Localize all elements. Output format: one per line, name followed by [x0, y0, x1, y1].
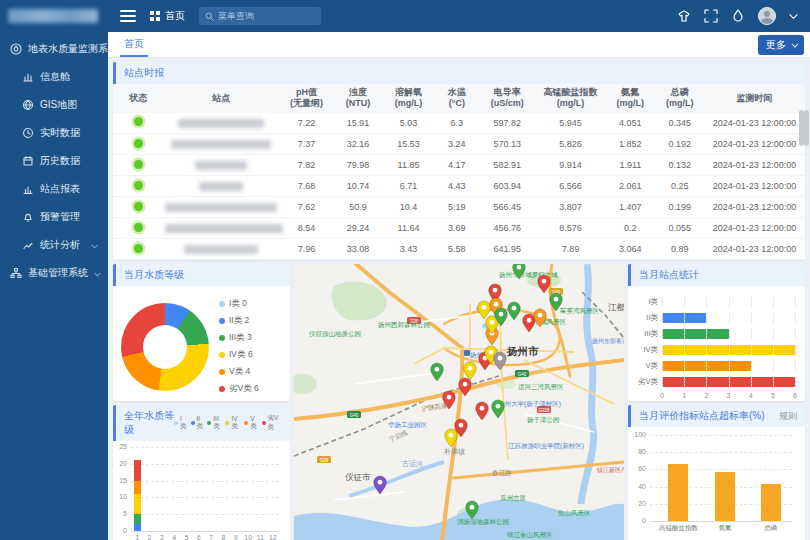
donut-chart: I类 0II类 2III类 3IV类 6V类 4劣V类 6 [113, 286, 290, 401]
city-map[interactable]: G40G40328S49S28G328 扬州市江都区仪征市朴席镇古运河春江路沪陕… [294, 264, 624, 540]
map-panel[interactable]: G40G40328S49S28G328 扬州市江都区仪征市朴席镇古运河春江路沪陕… [294, 264, 624, 540]
map-label: 朴席镇 [444, 448, 465, 456]
user-menu-chevron-icon[interactable] [789, 13, 798, 20]
panel-title: 当月站点统计 [628, 264, 805, 286]
sidebar-item-station-report[interactable]: 站点报表 [0, 175, 108, 203]
map-label: 华扬工业园区 [388, 421, 428, 429]
svg-text:G328: G328 [538, 408, 550, 413]
tabbar: 首页 更多 [108, 32, 810, 58]
legend-item[interactable]: V类 4 [219, 366, 259, 378]
table-cell: 603.94 [479, 176, 536, 197]
map-label: 镇江新区产业园区 [596, 466, 624, 474]
table-cell: 32.16 [334, 134, 382, 155]
map-label: 扬子津公园 [527, 416, 560, 424]
sidebar-item-label: GIS地图 [40, 98, 77, 112]
table-cell: 8.576 [536, 218, 605, 239]
table-cell: 0.2 [605, 218, 655, 239]
table-cell: 3.69 [435, 218, 479, 239]
table-cell: 79.98 [334, 155, 382, 176]
legend-item[interactable]: II类 [191, 415, 204, 431]
status-dot [134, 117, 143, 126]
breadcrumb[interactable]: 首页 [150, 9, 185, 23]
legend-item[interactable]: 劣V类 6 [219, 383, 259, 395]
sidebar-section-base-system[interactable]: 基础管理系统 [0, 259, 108, 287]
sidebar-item-gis-map[interactable]: GIS地图 [0, 91, 108, 119]
table-cell: 456.76 [479, 218, 536, 239]
table-cell: 7.82 [279, 155, 334, 176]
more-button[interactable]: 更多 [758, 35, 804, 55]
legend-item[interactable]: II类 2 [219, 315, 259, 327]
vbar-bar [668, 464, 688, 521]
table-cell: 1.852 [605, 134, 655, 155]
column-header: 水温(°C) [435, 84, 479, 113]
panel-title: 当月评价指标站点超标率(%) 规则 [628, 405, 805, 427]
legend-item[interactable]: 劣V类 [262, 414, 280, 432]
legend-item[interactable]: III类 3 [219, 332, 259, 344]
menu-toggle-icon[interactable] [120, 10, 136, 22]
fullscreen-icon[interactable] [704, 9, 718, 23]
sidebar-item-realtime-data[interactable]: 实时数据 [0, 119, 108, 147]
column-header: 站点 [163, 84, 279, 113]
road-shield: G40 [347, 411, 361, 418]
hbar-row: III类 [634, 326, 795, 342]
legend-item[interactable]: IV类 6 [219, 349, 259, 361]
column-header: pH值(无量纲) [279, 84, 334, 113]
sidebar-item-warning-mgmt[interactable]: 预警管理 [0, 203, 108, 231]
legend-item[interactable]: IV类 [225, 415, 240, 431]
theme-skin-icon[interactable] [677, 9, 691, 23]
legend-item[interactable]: I类 [174, 415, 187, 431]
table-cell: 0.345 [656, 113, 704, 134]
user-avatar[interactable] [758, 7, 776, 25]
table-cell: 4.051 [605, 113, 655, 134]
globe-icon [22, 99, 34, 111]
stacked-bar-segment [134, 524, 141, 531]
legend-item[interactable]: V类 [244, 415, 257, 431]
more-button-label: 更多 [766, 38, 786, 52]
map-label: 古运河 [402, 460, 423, 468]
hbar-row: II类 [634, 310, 795, 326]
legend-item[interactable]: III类 [207, 415, 221, 431]
monthly-station-stats-panel: 当月站点统计 I类II类III类IV类V类劣V类0123456 [628, 264, 805, 401]
status-dot [134, 139, 143, 148]
menu-search-input[interactable]: 菜单查询 [199, 7, 321, 25]
rules-link[interactable]: 规则 [779, 410, 797, 423]
station-name-redacted [178, 119, 264, 128]
table-cell: 2024-01-23 12:00:00 [704, 155, 805, 176]
table-cell: 6.3 [435, 113, 479, 134]
search-icon [205, 12, 214, 21]
tab-home[interactable]: 首页 [120, 32, 148, 57]
hbar-bar [662, 329, 729, 339]
map-label: 茱萸湾风景区 [559, 307, 600, 315]
vbar-bar [761, 484, 781, 521]
column-header: 溶解氧(mg/L) [382, 84, 435, 113]
stacked-bar-segment [134, 514, 141, 524]
table-row: 7.8279.9811.854.17582.919.9141.9110.1322… [113, 155, 805, 176]
dashboard-content: 站点时报 状态站点pH值(无量纲)浊度(NTU)溶解氧(mg/L)水温(°C)电… [108, 58, 810, 540]
chevron-down-icon [91, 240, 98, 251]
table-cell: 7.96 [279, 239, 334, 260]
table-cell: 11.64 [382, 218, 435, 239]
legend-item[interactable]: I类 0 [219, 298, 259, 310]
clock-icon [22, 127, 34, 139]
page-scrollbar[interactable] [804, 110, 809, 146]
notification-flame-icon[interactable] [731, 9, 745, 23]
sidebar-section-water-system[interactable]: 地表水质量监测系统 [0, 35, 108, 63]
chevron-down-icon [94, 268, 101, 279]
right-column: 当月站点统计 I类II类III类IV类V类劣V类0123456 当月评价指标站点… [628, 264, 805, 540]
stacked-chart-legend: I类II类III类IV类V类劣V类 [174, 414, 282, 432]
water-system-icon [10, 43, 22, 55]
panel-title: 当月水质等级 [113, 264, 290, 286]
table-cell: 0.89 [656, 239, 704, 260]
sidebar-item-statistics[interactable]: 统计分析 [0, 231, 108, 259]
sidebar-item-history-data[interactable]: 历史数据 [0, 147, 108, 175]
station-name-redacted [171, 140, 271, 149]
table-cell: 1.407 [605, 197, 655, 218]
sidebar-item-info[interactable]: 信息舱 [0, 63, 108, 91]
map-label: 运河三湾风景区 [518, 383, 564, 391]
grid-icon [150, 11, 160, 21]
sidebar-item-label: 站点报表 [40, 182, 80, 196]
column-header: 电导率(uS/cm) [479, 84, 536, 113]
hbar-row: V类 [634, 358, 795, 374]
breadcrumb-home: 首页 [165, 9, 185, 23]
table-cell: 6.566 [536, 176, 605, 197]
